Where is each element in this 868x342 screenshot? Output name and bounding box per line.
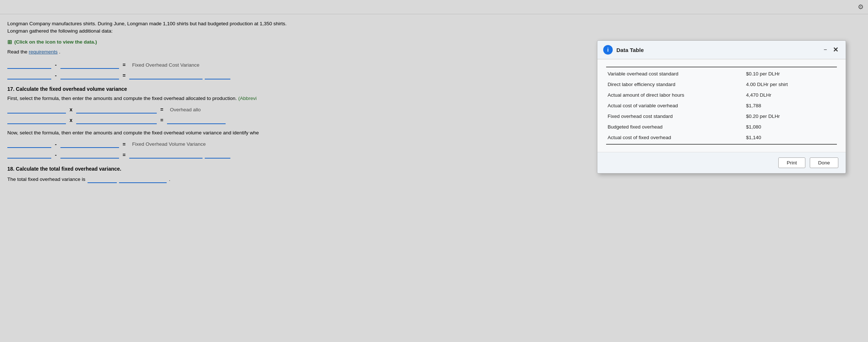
table-row: Actual cost of fixed overhead$1,140	[606, 132, 837, 144]
table-cell-value: $1,788	[745, 100, 837, 111]
modal-body: Variable overhead cost standard$0.10 per…	[597, 59, 846, 152]
table-row: Budgeted fixed overhead$1,080	[606, 122, 837, 132]
table-cell-label: Actual cost of variable overhead	[606, 100, 745, 111]
done-button[interactable]: Done	[810, 157, 838, 168]
modal-overlay: i Data Table − ✕ Variable overhead cost …	[0, 0, 868, 342]
table-cell-value: $0.20 per DLHr	[745, 111, 837, 122]
table-cell-value: $0.10 per DLHr	[745, 67, 837, 79]
table-cell-value: $1,140	[745, 132, 837, 144]
print-button[interactable]: Print	[778, 157, 805, 168]
table-cell-label: Actual cost of fixed overhead	[606, 132, 745, 144]
table-row: Variable overhead cost standard$0.10 per…	[606, 67, 837, 79]
modal-info-icon: i	[603, 45, 613, 55]
modal-header: i Data Table − ✕	[597, 41, 846, 59]
table-row: Actual amount of direct labor hours4,470…	[606, 90, 837, 100]
table-row: Direct labor efficiency standard4.00 DLH…	[606, 79, 837, 90]
data-table-modal: i Data Table − ✕ Variable overhead cost …	[597, 40, 846, 174]
table-cell-label: Direct labor efficiency standard	[606, 79, 745, 90]
table-cell-value: 4.00 DLHr per shirt	[745, 79, 837, 90]
modal-footer: Print Done	[597, 152, 846, 173]
table-cell-label: Fixed overhead cost standard	[606, 111, 745, 122]
modal-controls: − ✕	[822, 46, 840, 54]
table-cell-label: Actual amount of direct labor hours	[606, 90, 745, 100]
table-row: Actual cost of variable overhead$1,788	[606, 100, 837, 111]
table-row: Fixed overhead cost standard$0.20 per DL…	[606, 111, 837, 122]
table-cell-value: $1,080	[745, 122, 837, 132]
table-cell-label: Budgeted fixed overhead	[606, 122, 745, 132]
table-cell-label: Variable overhead cost standard	[606, 67, 745, 79]
modal-minimize-button[interactable]: −	[822, 46, 828, 53]
data-table: Variable overhead cost standard$0.10 per…	[606, 67, 837, 145]
table-cell-value: 4,470 DLHr	[745, 90, 837, 100]
modal-close-button[interactable]: ✕	[831, 46, 840, 54]
modal-title: Data Table	[616, 47, 819, 53]
